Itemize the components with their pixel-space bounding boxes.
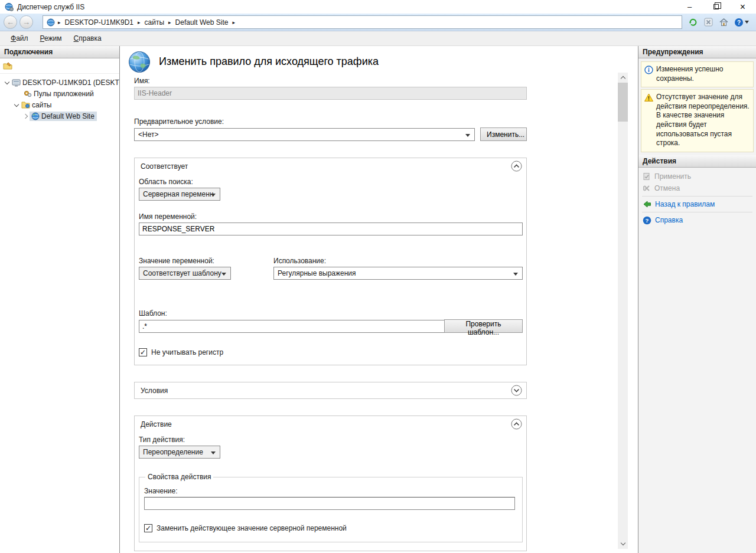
- tree-item-sites[interactable]: сайты: [0, 99, 119, 110]
- breadcrumb-item-server[interactable]: DESKTOP-U1MK9D1: [62, 18, 136, 27]
- tree-item-app-pools[interactable]: Пулы приложений: [0, 88, 119, 99]
- apply-button: Применить: [638, 171, 756, 182]
- outbound-rule-icon: [128, 51, 151, 75]
- connections-toolbar: [0, 58, 119, 74]
- stop-button[interactable]: [703, 17, 713, 27]
- actions-separator: [642, 212, 752, 212]
- breadcrumb-separator-icon: ▸: [167, 19, 172, 25]
- tree-item-default-web-site[interactable]: Default Web Site: [0, 110, 119, 122]
- action-properties-group: Свойства действия Значение: ✓ Заменить д…: [139, 473, 523, 542]
- action-type-select[interactable]: Переопределение: [139, 446, 220, 459]
- expand-icon[interactable]: [22, 113, 30, 120]
- name-field: [134, 87, 527, 100]
- pattern-label: Шаблон:: [139, 309, 523, 318]
- value-label: Значение:: [144, 487, 515, 495]
- site-globe-icon: [31, 112, 40, 120]
- action-section-header[interactable]: Действие: [135, 416, 526, 432]
- actions-header: Действия: [638, 155, 756, 168]
- precondition-select[interactable]: <Нет>: [134, 128, 475, 141]
- collapse-section-icon[interactable]: [511, 161, 522, 172]
- home-icon: [719, 17, 729, 27]
- menu-item-help[interactable]: Справка: [68, 32, 107, 44]
- breadcrumb: ▸ DESKTOP-U1MK9D1 ▸ сайты ▸ Default Web …: [43, 15, 682, 29]
- tree-item-label: сайты: [32, 101, 52, 109]
- replace-existing-label: Заменить действующее значение серверной …: [157, 524, 347, 532]
- variable-value-select[interactable]: Соответствует шаблону: [139, 267, 231, 280]
- svg-text:?: ?: [646, 217, 649, 224]
- help-menu-button[interactable]: ?: [734, 18, 749, 27]
- restore-button[interactable]: [703, 0, 729, 14]
- info-icon: [644, 66, 653, 74]
- collapse-section-icon[interactable]: [511, 418, 522, 430]
- scope-select[interactable]: Серверная переменн: [139, 188, 220, 201]
- alert-text: Отсутствует значение для действия переоп…: [656, 93, 751, 148]
- create-connection-button[interactable]: [3, 61, 12, 71]
- action-section: Действие Тип действия: Переопределение С…: [134, 415, 527, 551]
- scroll-thumb[interactable]: [618, 83, 628, 122]
- action-properties-legend: Свойства действия: [145, 473, 213, 481]
- breadcrumb-item-default-web-site[interactable]: Default Web Site: [172, 18, 232, 27]
- back-to-rules-link[interactable]: Назад к правилам: [638, 198, 756, 210]
- ignore-case-label: Не учитывать регистр: [151, 348, 223, 356]
- alert-text: Изменения успешно сохранены.: [656, 65, 751, 83]
- home-button[interactable]: [719, 17, 729, 27]
- breadcrumb-item-sites[interactable]: сайты: [142, 18, 168, 27]
- content-scrollbar[interactable]: [618, 73, 628, 549]
- replace-existing-checkbox[interactable]: ✓: [144, 524, 152, 532]
- actions-list: Применить Отмена Назад к правилам ? Спра…: [638, 168, 756, 230]
- tree-item-server[interactable]: DESKTOP-U1MK9D1 (DESKTOI: [0, 77, 119, 88]
- breadcrumb-server-icon: [47, 18, 55, 27]
- alert-warning: Отсутствует значение для действия переоп…: [641, 89, 754, 152]
- test-pattern-button[interactable]: Проверить шаблон...: [444, 319, 523, 333]
- using-select[interactable]: Регулярные выражения: [273, 267, 523, 280]
- svg-text:?: ?: [737, 19, 741, 25]
- variable-value-label: Значение переменной:: [139, 257, 273, 265]
- actions-panel: Предупреждения Изменения успешно сохране…: [638, 46, 756, 553]
- match-section-title: Соответствует: [141, 162, 188, 171]
- titlebar: Диспетчер служб IIS – ×: [0, 0, 756, 14]
- action-type-label: Тип действия:: [139, 436, 523, 444]
- rule-form: Имя: Предварительное условие: <Нет> Изме…: [134, 77, 527, 553]
- feature-view: Изменить правило для исходящего трафика …: [120, 46, 638, 553]
- back-button[interactable]: ←: [4, 15, 17, 29]
- scope-label: Область поиска:: [139, 178, 523, 186]
- ignore-case-checkbox[interactable]: ✓: [139, 348, 147, 356]
- menu-item-view[interactable]: Режим: [34, 32, 68, 44]
- collapse-icon[interactable]: [4, 79, 11, 86]
- chevron-down-icon: [620, 541, 625, 545]
- tree-item-label: Пулы приложений: [34, 90, 94, 98]
- refresh-button[interactable]: [688, 17, 698, 27]
- connections-panel: Подключения DESKTOP-U1MK9D1 (DESKTOI Пул…: [0, 46, 120, 553]
- forward-button[interactable]: →: [19, 15, 33, 29]
- app-icon: [5, 2, 14, 11]
- help-icon: ?: [643, 216, 651, 225]
- match-section-header[interactable]: Соответствует: [135, 158, 526, 174]
- scroll-down-button[interactable]: [618, 539, 628, 549]
- expand-section-icon[interactable]: [511, 385, 522, 396]
- connections-tree: DESKTOP-U1MK9D1 (DESKTOI Пулы приложений…: [0, 74, 119, 122]
- minimize-button[interactable]: –: [676, 0, 703, 14]
- actions-separator: [642, 196, 752, 197]
- menu-item-file[interactable]: Файл: [5, 32, 34, 44]
- alerts-list: Изменения успешно сохранены. Отсутствует…: [638, 58, 756, 155]
- conditions-section: Условия: [134, 382, 527, 399]
- variable-name-input[interactable]: [139, 222, 523, 235]
- connections-header: Подключения: [0, 46, 119, 58]
- apply-icon: [643, 172, 651, 181]
- edit-precondition-button[interactable]: Изменить...: [480, 127, 527, 141]
- breadcrumb-separator-icon: ▸: [231, 19, 236, 25]
- name-label: Имя:: [134, 77, 527, 85]
- conditions-section-header[interactable]: Условия: [135, 382, 526, 398]
- value-input[interactable]: [144, 497, 515, 510]
- collapse-icon[interactable]: [13, 102, 20, 109]
- restore-icon: [713, 4, 719, 9]
- conditions-section-title: Условия: [141, 387, 168, 395]
- tree-item-label: DESKTOP-U1MK9D1 (DESKTOI: [22, 78, 119, 87]
- app-pools-icon: [24, 90, 32, 98]
- scroll-up-button[interactable]: [618, 73, 628, 83]
- using-label: Использование:: [273, 257, 523, 265]
- close-button[interactable]: ×: [729, 0, 756, 14]
- help-link[interactable]: ? Справка: [638, 214, 756, 227]
- page-title: Изменить правило для исходящего трафика: [159, 55, 379, 68]
- pattern-input[interactable]: [139, 320, 445, 333]
